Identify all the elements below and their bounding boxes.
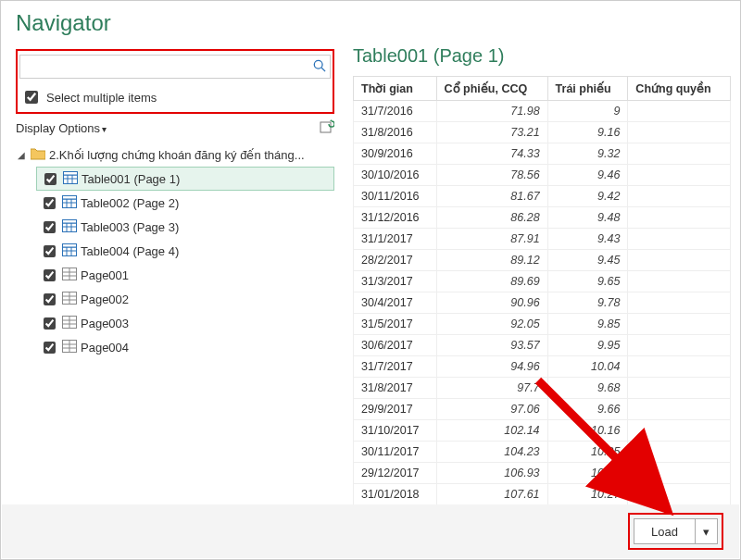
table-cell: 9.78: [547, 292, 628, 314]
page-icon: [62, 292, 77, 307]
page-icon: [62, 316, 77, 331]
tree-item[interactable]: Table003 (Page 3): [36, 215, 334, 239]
table-cell: [628, 143, 731, 165]
tree-item[interactable]: Page001: [36, 263, 334, 287]
table-cell: [628, 378, 731, 399]
tree-item-checkbox[interactable]: [44, 221, 56, 233]
tree-item-checkbox[interactable]: [44, 342, 56, 354]
search-box[interactable]: [19, 55, 331, 79]
table-row: 31/1/201787.919.43: [354, 229, 731, 250]
highlight-multiselect: Select multiple items: [16, 49, 334, 114]
navigator-left-pane: Navigator Select multiple items Display …: [1, 1, 345, 505]
table-cell: 89.12: [436, 250, 547, 271]
folder-icon: [31, 147, 45, 163]
table-icon: [63, 171, 78, 187]
refresh-icon[interactable]: [320, 119, 334, 137]
table-cell: 31/3/2017: [354, 271, 437, 292]
table-cell: 10.27: [547, 484, 628, 505]
table-cell: 93.57: [436, 335, 547, 356]
table-cell: 9.42: [547, 186, 628, 207]
table-cell: 30/10/2016: [354, 165, 437, 186]
tree-item[interactable]: Page002: [36, 287, 334, 311]
tree: ◢ 2.Khối lượng chứng khoán đăng ký đến t…: [16, 143, 334, 359]
table-cell: 30/11/2017: [354, 442, 437, 463]
table-cell: 9.43: [547, 229, 628, 250]
column-header[interactable]: Chứng quyền: [628, 77, 731, 101]
tree-item-checkbox[interactable]: [44, 269, 56, 281]
table-cell: 31/1/2017: [354, 229, 437, 250]
tree-item-checkbox[interactable]: [44, 245, 56, 257]
tree-item[interactable]: Table004 (Page 4): [36, 239, 334, 263]
tree-item-label: Page001: [81, 268, 129, 282]
tree-folder-label: 2.Khối lượng chứng khoán đăng ký đến thá…: [49, 148, 305, 162]
table-row: 31/7/201671.989: [354, 101, 731, 122]
table-row: 30/9/201674.339.32: [354, 143, 731, 165]
table-cell: 74.33: [436, 143, 547, 165]
table-cell: 9.48: [547, 207, 628, 229]
table-cell: 81.67: [436, 186, 547, 207]
tree-item[interactable]: Table002 (Page 2): [36, 191, 334, 215]
svg-point-0: [314, 60, 322, 68]
table-cell: [628, 420, 731, 442]
highlight-load: Load ▾: [628, 513, 723, 550]
table-row: 31/12/201686.289.48: [354, 207, 731, 229]
table-cell: 106.93: [436, 463, 547, 484]
table-cell: 78.56: [436, 165, 547, 186]
table-icon: [62, 243, 77, 259]
table-cell: 73.21: [436, 122, 547, 143]
tree-item[interactable]: Table001 (Page 1): [36, 167, 334, 191]
load-dropdown-button[interactable]: ▾: [696, 518, 718, 544]
svg-rect-2: [320, 122, 331, 132]
table-row: 29/9/201797.069.66: [354, 399, 731, 420]
table-cell: [628, 356, 731, 378]
table-cell: 31/8/2017: [354, 378, 437, 399]
twisty-icon[interactable]: ◢: [16, 150, 27, 160]
tree-item-checkbox[interactable]: [44, 317, 56, 330]
table-cell: 29/9/2017: [354, 399, 437, 420]
select-multiple-input[interactable]: [25, 91, 38, 104]
table-cell: 9.32: [547, 143, 628, 165]
table-row: 31/01/2018107.6110.27: [354, 484, 731, 505]
tree-item-checkbox[interactable]: [44, 173, 57, 185]
svg-rect-8: [64, 171, 78, 175]
tree-item-label: Table003 (Page 3): [81, 220, 179, 234]
table-cell: 31/8/2016: [354, 122, 437, 143]
preview-title: Table001 (Page 1): [353, 45, 731, 67]
table-cell: [628, 250, 731, 271]
table-cell: [628, 165, 731, 186]
table-row: 31/10/2017102.1410.16: [354, 420, 731, 442]
table-row: 29/12/2017106.9310.31: [354, 463, 731, 484]
table-row: 30/11/2017104.2310.25: [354, 442, 731, 463]
table-row: 31/3/201789.699.65: [354, 271, 731, 292]
tree-item-label: Page003: [81, 317, 129, 330]
table-icon: [62, 219, 77, 235]
column-header[interactable]: Thời gian: [354, 77, 437, 101]
column-header[interactable]: Cổ phiếu, CCQ: [436, 77, 547, 101]
table-cell: 9.68: [547, 378, 628, 399]
search-input[interactable]: [20, 56, 309, 78]
table-cell: [628, 229, 731, 250]
table-cell: 31/10/2017: [354, 420, 437, 442]
column-header[interactable]: Trái phiếu: [547, 77, 628, 101]
display-options-button[interactable]: Display Options▾: [16, 121, 107, 135]
table-cell: 9.16: [547, 122, 628, 143]
tree-item-checkbox[interactable]: [44, 197, 56, 209]
tree-item-checkbox[interactable]: [44, 293, 56, 305]
table-row: 28/2/201789.129.45: [354, 250, 731, 271]
tree-item[interactable]: Page004: [36, 335, 334, 359]
table-cell: [628, 122, 731, 143]
table-icon: [62, 195, 77, 211]
select-multiple-checkbox[interactable]: Select multiple items: [19, 86, 331, 108]
table-row: 31/8/201673.219.16: [354, 122, 731, 143]
search-icon[interactable]: [309, 59, 330, 75]
table-cell: [628, 314, 731, 335]
tree-item[interactable]: Page003: [36, 311, 334, 335]
table-cell: 86.28: [436, 207, 547, 229]
table-cell: [628, 207, 731, 229]
tree-folder-root[interactable]: ◢ 2.Khối lượng chứng khoán đăng ký đến t…: [16, 143, 334, 167]
load-button[interactable]: Load: [634, 518, 696, 544]
table-cell: 107.61: [436, 484, 547, 505]
svg-line-1: [321, 68, 325, 71]
table-cell: 31/5/2017: [354, 314, 437, 335]
table-cell: 31/01/2018: [354, 484, 437, 505]
